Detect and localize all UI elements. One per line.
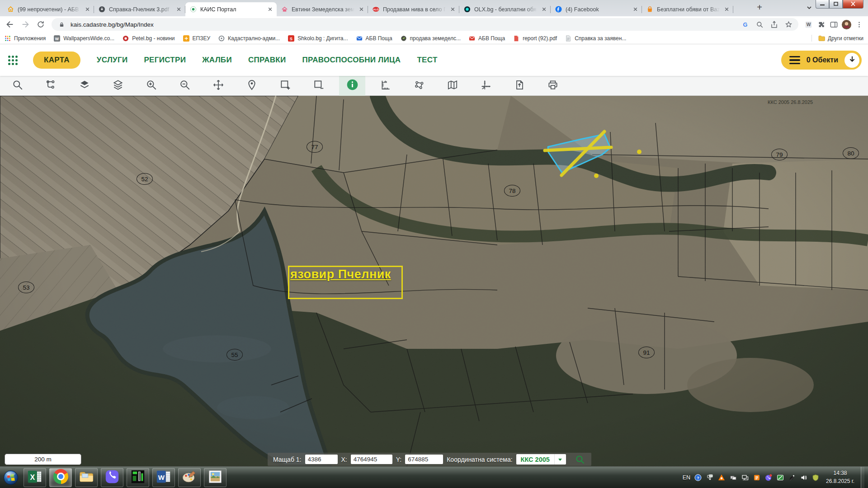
browser-tab[interactable]: (99 непрочетени) - АБВ по <box>3 2 94 16</box>
new-tab-button[interactable]: + <box>753 1 766 14</box>
tab-close-icon[interactable] <box>540 5 548 13</box>
tab-close-icon[interactable] <box>632 5 639 13</box>
crs-caret-icon[interactable] <box>554 454 566 465</box>
taskbar-app[interactable] <box>75 468 98 487</box>
extensions-puzzle-icon[interactable] <box>816 19 826 30</box>
show-desktop-button[interactable] <box>861 467 864 488</box>
toolbar-button[interactable] <box>138 76 165 96</box>
nav-menu-item[interactable]: КАРТА <box>33 52 80 69</box>
toolbar-button[interactable] <box>239 76 265 96</box>
taskbar-app[interactable]: X <box>24 468 46 487</box>
nav-menu-item[interactable]: УСЛУГИ <box>97 56 128 65</box>
browser-tab[interactable]: Безплатни обяви от Bazar <box>642 2 733 16</box>
avast-icon[interactable] <box>717 474 726 482</box>
minimize-button[interactable] <box>816 0 829 9</box>
bookmark-item[interactable]: продава земеделс... <box>401 35 461 42</box>
toolbar-button[interactable] <box>105 76 131 96</box>
crs-select[interactable]: ККС 2005 <box>516 454 566 465</box>
bookmark-item[interactable]: АБВ Поща <box>356 35 392 42</box>
toolbar-button[interactable] <box>373 76 399 96</box>
help-icon[interactable]: ? <box>694 474 702 482</box>
toolbar-button[interactable] <box>439 76 466 96</box>
taskbar-app[interactable] <box>49 468 72 487</box>
toolbar-button[interactable] <box>172 76 198 96</box>
clean-icon[interactable] <box>753 474 761 482</box>
map-viewport[interactable]: 52 53 55 77 78 79 <box>0 96 868 466</box>
browser-tab[interactable]: КАИС Портал <box>185 2 277 16</box>
tray-caret-icon[interactable] <box>706 474 714 482</box>
snip-icon[interactable] <box>729 474 737 482</box>
viber-t-icon[interactable] <box>764 474 773 482</box>
toolbar-button[interactable] <box>473 76 499 96</box>
browser-tab[interactable]: Евтини Земеделска земя в <box>277 2 368 16</box>
tab-close-icon[interactable] <box>266 5 274 13</box>
reload-button[interactable] <box>34 18 47 31</box>
nav-menu-item[interactable]: СПРАВКИ <box>248 56 286 65</box>
taskbar-app[interactable]: W <box>152 468 175 487</box>
taskbar-clock[interactable]: 14:38 26.8.2025 г. <box>823 469 857 485</box>
browser-tab[interactable]: (4) Facebook <box>551 2 642 16</box>
grid-menu-icon[interactable] <box>8 56 18 65</box>
tab-close-icon[interactable] <box>175 5 183 13</box>
objects-counter[interactable]: 0 Обекти <box>781 51 862 70</box>
toolbar-button[interactable] <box>5 76 31 96</box>
bookmark-item[interactable]: ЕПЗЕУ <box>183 35 211 42</box>
google-icon[interactable]: G <box>740 19 750 30</box>
toolbar-button[interactable] <box>306 76 332 96</box>
bookmark-item[interactable]: W WallpapersWide.co... <box>54 35 114 42</box>
bookmark-item[interactable]: АБВ Поща <box>469 35 505 42</box>
bookmark-item[interactable]: Кадастрално-адми... <box>218 35 280 42</box>
forward-button[interactable] <box>19 18 32 31</box>
toolbar-button[interactable] <box>71 76 98 96</box>
omnibox[interactable]: kais.cadastre.bg/bg/Map/Index G <box>52 18 798 31</box>
toolbar-button[interactable] <box>540 76 566 96</box>
map-search-icon[interactable] <box>574 454 586 465</box>
browser-tab[interactable]: ALO Продавам нива в село Пч <box>368 2 459 16</box>
net-icon[interactable] <box>741 474 749 482</box>
zoom-lens-icon[interactable] <box>754 19 765 30</box>
tab-search-chevron-icon[interactable] <box>804 2 815 13</box>
other-bookmarks[interactable]: Други отметки <box>811 35 863 42</box>
expand-objects-button[interactable] <box>844 53 859 68</box>
nav-menu-item[interactable]: ТЕСТ <box>417 56 437 65</box>
toolbar-button[interactable] <box>205 76 231 96</box>
nv-icon[interactable] <box>776 474 784 482</box>
bookmark-item[interactable]: report (92).pdf <box>513 35 557 42</box>
x-coordinate-input[interactable] <box>351 455 392 464</box>
menu-kebab-icon[interactable] <box>854 19 864 30</box>
scale-input[interactable] <box>305 455 338 464</box>
side-panel-icon[interactable] <box>828 19 839 30</box>
tab-close-icon[interactable] <box>84 5 91 13</box>
bookmark-item[interactable]: S Shkolo.bg : Дигита... <box>288 35 348 42</box>
toolbar-button[interactable] <box>38 76 64 96</box>
tab-close-icon[interactable] <box>449 5 457 13</box>
taskbar-app[interactable] <box>178 468 201 487</box>
toolbar-button[interactable] <box>406 76 432 96</box>
toolbar-button[interactable] <box>506 76 533 96</box>
restore-button[interactable] <box>829 0 843 9</box>
y-coordinate-input[interactable] <box>405 455 443 464</box>
dish-icon[interactable] <box>788 474 796 482</box>
vol-icon[interactable] <box>800 474 808 482</box>
toolbar-button[interactable] <box>339 76 365 96</box>
profile-avatar[interactable] <box>841 19 852 30</box>
language-indicator[interactable]: EN <box>683 474 690 481</box>
apps-shortcut[interactable]: Приложения <box>5 35 46 42</box>
tab-close-icon[interactable] <box>358 5 365 13</box>
browser-tab[interactable]: Справка-Пчелник 3.pdf <box>94 2 185 16</box>
taskbar-app[interactable] <box>127 468 149 487</box>
tab-close-icon[interactable] <box>723 5 731 13</box>
toolbar-button[interactable] <box>272 76 298 96</box>
taskbar-app[interactable] <box>101 468 123 487</box>
shield-icon[interactable] <box>811 474 820 482</box>
back-button[interactable] <box>4 18 16 31</box>
url-text[interactable]: kais.cadastre.bg/bg/Map/Index <box>71 21 736 28</box>
nav-menu-item[interactable]: ЖАЛБИ <box>202 56 232 65</box>
browser-tab[interactable]: OLX.bg - безплатни обяви <box>459 2 551 16</box>
bookmark-item[interactable]: Справка за заявен... <box>565 35 626 42</box>
share-icon[interactable] <box>769 19 779 30</box>
taskbar-app[interactable] <box>204 468 226 487</box>
bookmark-item[interactable]: Petel.bg - новини <box>123 35 175 42</box>
extension-w-icon[interactable]: W <box>803 19 814 30</box>
bookmark-star-icon[interactable] <box>783 19 794 30</box>
